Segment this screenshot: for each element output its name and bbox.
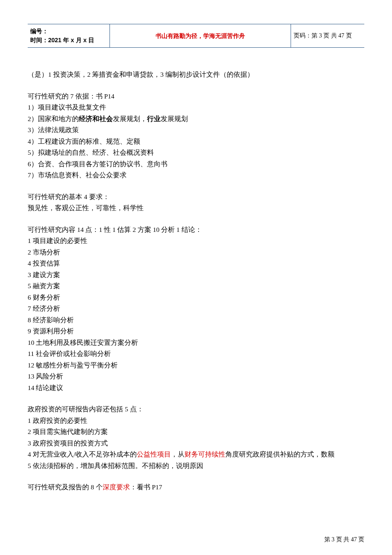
section3-title: 可行性研究内容 14 点：1 性 1 估算 2 方案 10 分析 1 结论： — [28, 224, 364, 236]
document-body: （是）1 投资决策，2 筹措资金和申请贷款，3 编制初步设计文件（的依据） 可行… — [28, 69, 364, 493]
section3-item-8: 8 经济影响分析 — [28, 315, 364, 326]
red-text-1: 公益性项目 — [137, 451, 171, 458]
section1-item-7: 7）市场信息资料、社会公众要求 — [28, 170, 364, 181]
section1-item-4: 4）工程建设方面的标准、规范、定额 — [28, 136, 364, 147]
section1-item-3: 3）法律法规政策 — [28, 124, 364, 136]
section1-title: 可行性研究的 7 依据：书 P14 — [28, 91, 364, 102]
section4-item-2: 2 项目需实施代建制的方案 — [28, 426, 364, 438]
header-page-info: 页码：第 3 页 共 47 页 — [294, 32, 352, 39]
section4-item-3: 3 政府投资项目的投资方式 — [28, 438, 364, 449]
intro-line: （是）1 投资决策，2 筹措资金和申请贷款，3 编制初步设计文件（的依据） — [28, 69, 364, 81]
bold-text-2: 行业 — [147, 115, 161, 122]
section3-item-12: 12 敏感性分析与盈亏平衡分析 — [28, 360, 364, 371]
red-text-2: 财务可持续性 — [184, 451, 225, 458]
section3-item-2: 2 市场分析 — [28, 247, 364, 258]
section1-item-2: 2）国家和地方的经济和社会发展规划，行业发展规划 — [28, 113, 364, 125]
header-left-cell: 编号： 时间：2021 年 x 月 x 日 — [28, 24, 110, 48]
header-table: 编号： 时间：2021 年 x 月 x 日 书山有路勤为径，学海无涯苦作舟 页码… — [28, 24, 364, 48]
header-center-cell: 书山有路勤为径，学海无涯苦作舟 — [110, 24, 291, 48]
section3-item-14: 14 结论建议 — [28, 382, 364, 394]
section1-item-6: 6）合资、合作项目各方签订的协议书、意向书 — [28, 159, 364, 170]
section3-item-10: 10 土地利用及移民搬迁安置方案分析 — [28, 337, 364, 349]
section1-item-1: 1）项目建议书及批复文件 — [28, 102, 364, 113]
section3-item-11: 11 社会评价或社会影响分析 — [28, 348, 364, 360]
section3-item-7: 7 经济分析 — [28, 303, 364, 315]
section4-title: 政府投资的可研报告内容还包括 5 点： — [28, 404, 364, 415]
section4-item-1: 1 政府投资的必要性 — [28, 415, 364, 427]
section5-line: 可行性研究及报告的 8 个深度要求：看书 P17 — [28, 482, 364, 493]
section3-item-6: 6 财务分析 — [28, 292, 364, 304]
section3-item-1: 1 项目建设的必要性 — [28, 235, 364, 247]
section1-item-5: 5）拟建场址的自然、经济、社会概况资料 — [28, 147, 364, 159]
header-right-cell: 页码：第 3 页 共 47 页 — [291, 24, 365, 48]
section4-item-5: 5 依法须招标的，增加具体招标范围。不招标的，说明原因 — [28, 460, 364, 472]
header-date: 时间：2021 年 x 月 x 日 — [30, 37, 94, 43]
section2-line: 预见性，客观公正性，可靠性，科学性 — [28, 202, 364, 214]
section3-item-9: 9 资源利用分析 — [28, 326, 364, 337]
footer-page-number: 第 3 页 共 47 页 — [324, 535, 365, 544]
red-text-3: 深度要求 — [103, 483, 130, 491]
section3-item-4: 3 建设方案 — [28, 269, 364, 281]
section4-item-4: 4 对无营业收入/收入不足弥补成本的公益性项目，从财务可持续性角度研究政府提供补… — [28, 449, 364, 460]
bold-text-1: 经济和社会 — [79, 115, 113, 122]
header-id-label: 编号： — [30, 28, 48, 35]
section3-item-3: 4 投资估算 — [28, 258, 364, 269]
section3-item-5: 5 融资方案 — [28, 280, 364, 292]
section3-item-13: 13 风险分析 — [28, 371, 364, 382]
section2-title: 可行性研究的基本 4 要求： — [28, 191, 364, 203]
document-page: 编号： 时间：2021 年 x 月 x 日 书山有路勤为径，学海无涯苦作舟 页码… — [0, 0, 392, 555]
header-motto: 书山有路勤为径，学海无涯苦作舟 — [156, 32, 245, 39]
